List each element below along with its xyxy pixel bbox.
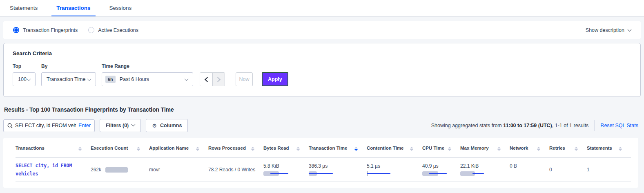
time-range-badge: 6h: [105, 76, 116, 83]
search-criteria-form: Top 100 By Transaction Time Time Range 6…: [13, 63, 631, 86]
sort-icon[interactable]: [354, 147, 358, 151]
chevron-down-icon: [27, 77, 31, 81]
search-criteria-title: Search Criteria: [13, 50, 631, 56]
sort-icon[interactable]: [78, 147, 82, 151]
search-box[interactable]: Enter: [3, 119, 95, 132]
cell-retries: 0: [549, 167, 587, 173]
sort-icon[interactable]: [251, 147, 254, 151]
column-header-application-name[interactable]: Application Name: [149, 146, 208, 152]
search-enter-button[interactable]: Enter: [78, 123, 91, 128]
columns-button[interactable]: ⚙ Columns: [146, 119, 188, 132]
column-header-label: Transactions: [16, 146, 45, 152]
top-field: Top 100: [13, 63, 36, 86]
vertical-divider: [594, 120, 595, 131]
time-range-field: Time Range 6h Past 6 Hours: [102, 63, 193, 86]
column-header-label: Application Name: [149, 146, 189, 152]
filters-button-label: Filters (0): [106, 123, 129, 128]
results-table-card: TransactionsExecution CountApplication N…: [3, 138, 638, 188]
column-header-transaction-time[interactable]: Transaction Time: [309, 146, 367, 152]
column-header-retries[interactable]: Retries: [549, 146, 587, 152]
now-button[interactable]: Now: [236, 72, 253, 86]
time-range-select[interactable]: 6h Past 6 Hours: [102, 72, 193, 86]
sort-icon[interactable]: [619, 147, 622, 151]
tab-bar: Statements Transactions Sessions: [0, 0, 644, 17]
cell-cpu-time: 40.9 µs: [422, 158, 460, 176]
sort-icon[interactable]: [410, 147, 413, 151]
transaction-time-bar: [309, 171, 337, 176]
cell-application-name: movr: [149, 167, 208, 173]
radio-label: Transaction Fingerprints: [23, 27, 78, 33]
sort-icon[interactable]: [575, 147, 578, 151]
results-controls-row: Enter Filters (0) ⚙ Columns Showing aggr…: [3, 119, 641, 132]
column-header-transactions[interactable]: Transactions: [16, 146, 91, 152]
column-header-label: Retries: [549, 146, 565, 152]
apply-button[interactable]: Apply: [262, 72, 288, 86]
radio-active-executions[interactable]: Active Executions: [88, 27, 138, 33]
top-select[interactable]: 100: [13, 72, 36, 86]
tab-sessions[interactable]: Sessions: [105, 0, 137, 16]
sort-icon[interactable]: [497, 147, 501, 151]
cell-network: 0 B: [510, 158, 549, 169]
column-header-bytes-read[interactable]: Bytes Read: [263, 146, 309, 152]
contention-time-bar: [367, 171, 395, 176]
column-header-cpu-time[interactable]: CPU Time: [422, 146, 460, 152]
radio-transaction-fingerprints[interactable]: Transaction Fingerprints: [13, 27, 78, 33]
view-toggle-card: Transaction Fingerprints Active Executio…: [3, 21, 641, 39]
next-time-button[interactable]: [212, 73, 225, 86]
by-select[interactable]: Transaction Time: [41, 72, 96, 86]
column-header-statements[interactable]: Statements: [587, 146, 631, 152]
filters-button[interactable]: Filters (0): [100, 119, 141, 132]
column-header-rows-processed[interactable]: Rows Processed: [208, 146, 263, 152]
column-header-contention-time[interactable]: Contention Time: [367, 146, 422, 152]
column-header-label: Transaction Time: [309, 146, 347, 152]
column-header-execution-count[interactable]: Execution Count: [91, 146, 149, 152]
column-header-label: Contention Time: [367, 146, 404, 152]
aggregated-stats-text: Showing aggregated stats from 11:00 to 1…: [431, 123, 589, 128]
column-header-label: Network: [510, 146, 528, 152]
column-header-label: Bytes Read: [263, 146, 289, 152]
bytes-read-value: 5.8 KiB: [263, 163, 309, 169]
column-header-network[interactable]: Network: [510, 146, 549, 152]
chevron-down-icon: [131, 122, 136, 126]
transaction-fingerprint-link[interactable]: SELECT city, id FROM vehicles: [16, 162, 81, 178]
time-range-field-label: Time Range: [102, 63, 193, 69]
by-select-value: Transaction Time: [47, 76, 85, 82]
column-header-label: Rows Processed: [208, 146, 246, 152]
cell-contention-time: 5.1 µs: [367, 158, 422, 176]
by-field-label: By: [41, 63, 96, 69]
show-description-toggle[interactable]: Show description: [586, 27, 631, 33]
tab-transactions[interactable]: Transactions: [51, 0, 95, 16]
radio-label: Active Executions: [98, 27, 138, 33]
sort-icon[interactable]: [196, 147, 199, 151]
column-header-max-memory[interactable]: Max Memory: [460, 146, 510, 152]
top-field-label: Top: [13, 63, 36, 69]
cell-execution-count: 262k: [91, 167, 149, 173]
column-header-label: Execution Count: [91, 146, 128, 152]
results-heading: Results - Top 100 Transaction Fingerprin…: [4, 107, 641, 113]
cell-bytes-read: 5.8 KiB: [263, 158, 309, 176]
sort-icon[interactable]: [537, 147, 540, 151]
column-header-label: CPU Time: [422, 146, 444, 152]
sort-icon[interactable]: [448, 147, 451, 151]
radio-unselected-icon[interactable]: [88, 27, 94, 33]
chevron-left-icon: [205, 77, 210, 82]
previous-time-button[interactable]: [200, 73, 212, 86]
chevron-down-icon: [185, 77, 189, 81]
max-memory-bar: [460, 171, 489, 176]
radio-selected-icon[interactable]: [13, 27, 19, 33]
max-memory-value: 22.1 KiB: [460, 163, 510, 169]
sort-icon[interactable]: [296, 147, 300, 151]
chevron-down-icon: [87, 77, 91, 81]
column-header-label: Statements: [587, 146, 612, 152]
chevron-right-icon: [215, 77, 221, 82]
stats-area: Showing aggregated stats from 11:00 to 1…: [431, 120, 641, 131]
transaction-time-value: 386.3 µs: [309, 163, 367, 169]
sort-icon[interactable]: [137, 147, 140, 151]
search-input[interactable]: [15, 123, 76, 128]
cpu-time-value: 40.9 µs: [422, 163, 460, 169]
cell-statements: 1: [587, 167, 631, 173]
time-range-value: Past 6 Hours: [120, 76, 149, 82]
reset-sql-stats-link[interactable]: Reset SQL Stats: [600, 123, 638, 128]
tab-statements[interactable]: Statements: [5, 0, 42, 16]
contention-time-value: 5.1 µs: [367, 163, 422, 169]
